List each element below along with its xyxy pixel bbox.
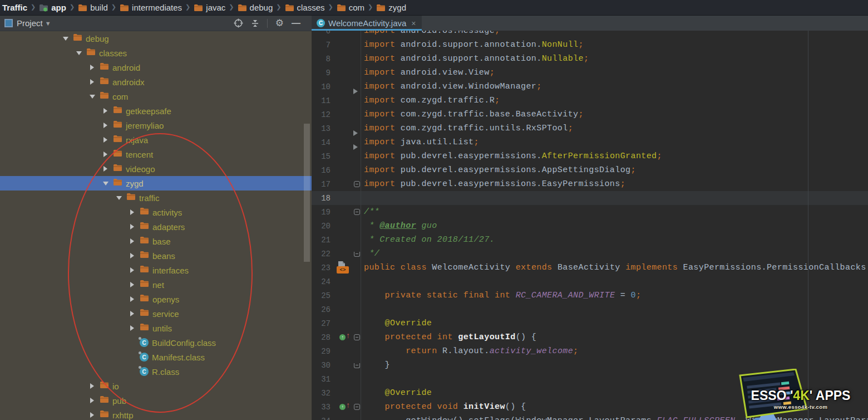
code-line-20[interactable]: 20 * @author guo: [312, 219, 868, 233]
code-text[interactable]: /**: [364, 207, 868, 217]
collapse-all-icon[interactable]: [251, 19, 259, 28]
code-text[interactable]: import pub.devrel.easypermissions.AfterP…: [364, 152, 868, 161]
line-number[interactable]: 16: [312, 166, 334, 175]
fold-region-start-icon[interactable]: [354, 404, 360, 410]
code-line-22[interactable]: 22 */: [312, 247, 868, 261]
tree-item-BuildConfig.class[interactable]: CBuildConfig.class: [0, 335, 312, 350]
expand-arrow-icon[interactable]: [101, 123, 110, 128]
code-text[interactable]: */: [364, 249, 868, 258]
close-tab-icon[interactable]: ×: [411, 19, 416, 28]
code-line-11[interactable]: 11import com.zygd.traffic.R;: [312, 94, 868, 108]
code-text[interactable]: import com.zygd.traffic.R;: [364, 96, 868, 105]
code-text[interactable]: @Override: [364, 388, 868, 398]
code-text[interactable]: import com.zygd.traffic.base.BaseActivit…: [364, 110, 868, 119]
code-line-15[interactable]: 15import pub.devrel.easypermissions.Afte…: [312, 149, 868, 163]
line-number[interactable]: 29: [312, 347, 334, 356]
collapse-arrow-icon[interactable]: [115, 196, 123, 200]
code-line-30[interactable]: 30 }: [312, 358, 868, 372]
breadcrumb-item-intermediates[interactable]: intermediates: [120, 3, 182, 12]
expand-arrow-icon[interactable]: [128, 238, 136, 244]
chevron-down-icon[interactable]: ▼: [45, 20, 51, 27]
line-number[interactable]: 9: [312, 69, 334, 77]
line-number[interactable]: 34: [312, 417, 334, 420]
tree-item-base[interactable]: base: [0, 234, 312, 248]
line-number[interactable]: 7: [312, 41, 334, 50]
breadcrumb-item-app[interactable]: app: [39, 3, 66, 12]
tree-item-net[interactable]: net: [0, 277, 312, 292]
line-number[interactable]: 32: [312, 389, 334, 398]
code-line-21[interactable]: 21 * Created on 2018/11/27.: [312, 233, 868, 247]
code-line-12[interactable]: 12import com.zygd.traffic.base.BaseActiv…: [312, 108, 868, 121]
tree-item-videogo[interactable]: videogo: [0, 162, 312, 176]
fold-region-start-icon[interactable]: [354, 209, 360, 215]
tree-item-rxjava[interactable]: rxjava: [0, 133, 312, 147]
code-text[interactable]: import pub.devrel.easypermissions.EasyPe…: [364, 179, 868, 189]
tree-item-android[interactable]: android: [0, 60, 312, 75]
code-line-25[interactable]: 25 private static final int RC_CAMERA_AN…: [312, 289, 868, 302]
breadcrumb-item-debug[interactable]: debug: [238, 3, 273, 12]
line-number[interactable]: 12: [312, 110, 334, 119]
tree-item-zygd[interactable]: zygd: [0, 176, 312, 191]
tree-item-getkeepsafe[interactable]: getkeepsafe: [0, 104, 312, 118]
collapse-arrow-icon[interactable]: [75, 51, 83, 55]
line-number[interactable]: 17: [312, 180, 334, 189]
override-up-arrow-icon[interactable]: ↑: [346, 331, 350, 339]
code-text[interactable]: return R.layout.activity_welcome;: [364, 346, 868, 356]
code-line-7[interactable]: 7import android.support.annotation.NonNu…: [312, 38, 868, 52]
code-text[interactable]: private static final int RC_CAMERA_AND_W…: [364, 291, 868, 300]
code-line-10[interactable]: 10import android.view.WindowManager;: [312, 80, 868, 94]
expand-arrow-icon[interactable]: [128, 209, 136, 215]
code-line-27[interactable]: 27 @Override: [312, 316, 868, 330]
line-number[interactable]: 24: [312, 277, 334, 286]
fold-region-start-icon[interactable]: [354, 334, 360, 340]
breadcrumb-item-build[interactable]: build: [78, 3, 108, 12]
code-line-31[interactable]: 31: [312, 372, 868, 386]
expand-arrow-icon[interactable]: [101, 166, 110, 172]
collapse-arrow-icon[interactable]: [101, 182, 110, 185]
tree-item-beans[interactable]: beans: [0, 248, 312, 263]
tree-item-io[interactable]: io: [0, 379, 312, 393]
tree-item-adapters[interactable]: adapters: [0, 219, 312, 234]
code-line-23[interactable]: 23<>public class WelcomeActivity extends…: [312, 261, 868, 275]
code-line-18[interactable]: 18: [312, 191, 868, 205]
code-line-28[interactable]: 28↑↑ protected int getLayoutId() {: [312, 330, 868, 344]
settings-gear-icon[interactable]: ⚙: [275, 17, 284, 29]
expand-arrow-icon[interactable]: [101, 152, 110, 157]
line-number[interactable]: 19: [312, 208, 334, 217]
line-number[interactable]: 23: [312, 263, 334, 272]
tree-item-com[interactable]: com: [0, 89, 312, 104]
tree-item-rxhttp[interactable]: rxhttp: [0, 408, 312, 420]
expand-arrow-icon[interactable]: [128, 253, 136, 258]
fold-region-end-icon[interactable]: [354, 252, 360, 257]
locate-file-icon[interactable]: [234, 18, 243, 28]
line-number[interactable]: 22: [312, 250, 334, 258]
tree-item-interfaces[interactable]: interfaces: [0, 263, 312, 277]
expand-arrow-icon[interactable]: [101, 137, 110, 143]
line-number[interactable]: 8: [312, 55, 334, 64]
breadcrumb-item-zygd[interactable]: zygd: [376, 3, 406, 12]
code-line-19[interactable]: 19/**: [312, 205, 868, 219]
expand-arrow-icon[interactable]: [88, 65, 96, 70]
line-number[interactable]: 13: [312, 124, 334, 133]
code-text[interactable]: protected int getLayoutId() {: [364, 333, 868, 342]
code-text[interactable]: import java.util.List;: [364, 138, 868, 147]
line-number[interactable]: 30: [312, 361, 334, 370]
tree-item-debug[interactable]: debug: [0, 31, 312, 46]
code-text[interactable]: import android.os.Message;: [364, 31, 868, 36]
hide-panel-icon[interactable]: —: [292, 18, 300, 28]
expand-arrow-icon[interactable]: [101, 108, 110, 114]
line-number[interactable]: 21: [312, 236, 334, 245]
line-number[interactable]: 14: [312, 138, 334, 147]
fold-region-end-icon[interactable]: [354, 363, 360, 368]
code-text[interactable]: import android.support.annotation.Nullab…: [364, 54, 868, 64]
related-file-icon[interactable]: [338, 261, 345, 266]
tab-welcomeactivity[interactable]: C WelcomeActivity.java ×: [312, 16, 422, 31]
line-number[interactable]: 31: [312, 375, 334, 384]
breadcrumb-item-Traffic[interactable]: Traffic: [2, 3, 27, 12]
breadcrumb-item-javac[interactable]: javac: [194, 3, 225, 12]
tree-item-pub[interactable]: pub: [0, 393, 312, 408]
code-line-17[interactable]: 17import pub.devrel.easypermissions.Easy…: [312, 177, 868, 191]
expand-arrow-icon[interactable]: [128, 282, 136, 287]
code-line-13[interactable]: 13import com.zygd.traffic.untils.RxSPToo…: [312, 121, 868, 135]
breadcrumb-item-classes[interactable]: classes: [285, 3, 325, 12]
